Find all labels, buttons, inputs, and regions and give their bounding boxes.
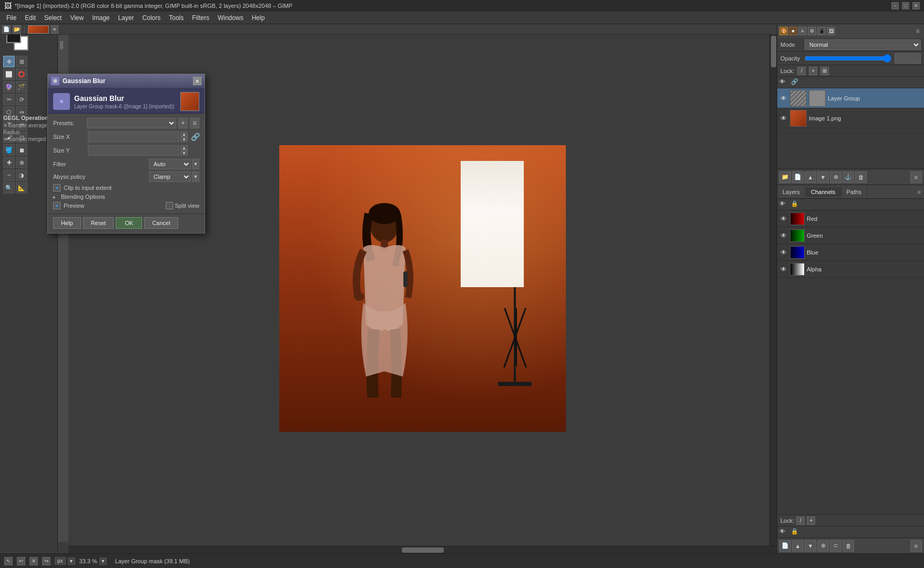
panel-menu-btn[interactable]: ≡ [913,27,922,35]
size-y-up[interactable]: ▲ [180,145,188,150]
eye-icon[interactable]: 👁 [779,78,788,87]
ch-delete-btn[interactable]: 🗑 [842,540,854,552]
chain-link-icon[interactable]: 🔗 [191,131,199,142]
preset-add-btn[interactable]: + [178,118,188,128]
tool-transform[interactable]: ⟳ [16,94,27,105]
status-undo-btn[interactable]: ↩ [17,557,25,565]
lock-position-btn[interactable]: + [809,67,817,75]
menu-file[interactable]: File [2,13,21,23]
tool-zoom[interactable]: 🔍 [3,182,15,194]
abyss-select[interactable]: Clamp None Loop Black White [149,171,191,182]
new-layer-group-btn[interactable]: 📁 [779,171,791,183]
channels-menu-btn[interactable]: ≡ [915,187,924,197]
size-x-input[interactable]: 1.50 [88,131,179,142]
tool-crop[interactable]: ✂ [3,94,15,105]
v-scroll-thumb[interactable] [771,36,776,67]
maximize-button[interactable]: □ [902,2,909,9]
lock-all-btn[interactable]: ⊞ [820,67,829,75]
channel-red[interactable]: 👁 Red [777,210,924,227]
layer-eye-group[interactable]: 👁 [779,94,788,103]
anchor-layer-btn[interactable]: ⚓ [842,171,854,183]
ch-vis-lock[interactable]: 🔒 [791,528,799,536]
layer-item-image[interactable]: 👁 Image 1.png [777,108,924,128]
dialog-titlebar[interactable]: Gaussian Blur ✕ [48,74,205,88]
ch-move-up-btn[interactable]: ▲ [792,540,804,552]
tool-move[interactable]: ✥ [3,56,15,67]
menu-windows[interactable]: Windows [214,13,248,23]
ch-panel-menu[interactable]: ≡ [910,540,922,552]
cancel-button[interactable]: Cancel [144,217,178,229]
images-btn[interactable]: 🖼 [827,27,835,35]
h-scroll-thumb[interactable] [402,547,444,553]
tool-bucket[interactable]: 🪣 [3,144,15,156]
new-layer-btn[interactable]: 📄 [792,171,804,183]
help-button[interactable]: Help [53,217,81,229]
close-button[interactable]: ✕ [912,2,920,9]
tool-rect-select[interactable]: ⬜ [3,68,15,80]
ch-move-down-btn[interactable]: ▼ [805,540,816,552]
h-scrollbar[interactable] [68,546,777,553]
mode-select[interactable]: Normal Multiply Screen Overlay [805,39,921,50]
tool-ellipse-select[interactable]: ⭕ [16,68,27,80]
status-nav-btn[interactable]: ↖ [4,557,13,565]
open-btn[interactable]: 📂 [13,25,21,34]
v-scrollbar[interactable] [769,35,777,546]
palette-btn[interactable]: ■ [789,27,797,35]
status-redo-btn[interactable]: ↪ [42,557,50,565]
tab-paths[interactable]: Paths [841,187,867,197]
chain-icon[interactable]: 🔗 [791,78,799,87]
menu-image[interactable]: Image [88,13,114,23]
ch-dup-btn[interactable]: ⊕ [817,540,829,552]
tab-layers[interactable]: Layers [777,187,806,197]
preview-checkbox[interactable] [53,202,60,209]
blending-expand-icon[interactable]: ▸ [53,194,56,200]
menu-colors[interactable]: Colors [138,13,165,23]
menu-edit[interactable]: Edit [21,13,40,23]
layer-panel-menu[interactable]: ≡ [910,171,922,183]
size-x-up[interactable]: ▲ [180,131,188,137]
device-status-btn[interactable]: 📱 [817,27,826,35]
filter-dropdown-btn[interactable]: ▼ [192,159,199,169]
preset-menu-btn[interactable]: ≡ [190,118,199,128]
tool-dodge[interactable]: ◑ [16,169,27,181]
size-y-down[interactable]: ▼ [180,150,188,156]
ch-to-sel-btn[interactable]: ⊂ [830,540,841,552]
menu-help[interactable]: Help [248,13,269,23]
move-layer-down-btn[interactable]: ▼ [817,171,829,183]
tool-heal[interactable]: ✚ [3,157,15,168]
ok-button[interactable]: OK [116,217,142,229]
ch-eye-red[interactable]: 👁 [779,215,788,223]
abyss-dropdown-btn[interactable]: ▼ [192,171,199,182]
channel-blue[interactable]: 👁 Blue [777,244,924,261]
image-thumbnail[interactable] [28,25,49,34]
ch-vis-eye[interactable]: 👁 [779,528,788,536]
lock-pixels-btn[interactable]: / [797,67,806,75]
menu-tools[interactable]: Tools [165,13,188,23]
unit-dropdown[interactable]: ▼ [68,557,75,565]
size-x-down[interactable]: ▼ [180,137,188,142]
ch-eye-blue[interactable]: 👁 [779,248,788,257]
ch-eye-alpha[interactable]: 👁 [779,265,788,273]
menu-view[interactable]: View [66,13,88,23]
ch-eye-header[interactable]: 👁 [779,200,788,209]
brush-icon-btn[interactable]: A [798,27,807,35]
new-channel-btn[interactable]: 📄 [779,540,791,552]
tab-channels[interactable]: Channels [806,187,841,197]
tool-clone[interactable]: ⊕ [16,157,27,168]
tool-measure[interactable]: 📐 [16,182,27,194]
tool-align[interactable]: ⊞ [16,56,27,67]
reset-button[interactable]: Reset [83,217,114,229]
tool-smudge[interactable]: ~ [3,169,15,181]
delete-layer-btn[interactable]: 🗑 [855,171,867,183]
filter-select[interactable]: Auto IIR RLE [149,159,191,169]
split-view-checkbox[interactable] [166,202,173,209]
ch-lock-btn[interactable]: / [796,516,805,525]
ch-add-btn[interactable]: + [807,516,815,525]
channel-green[interactable]: 👁 Green [777,227,924,244]
tool-lasso[interactable]: 🔮 [3,81,15,93]
status-clear-btn[interactable]: ✕ [29,557,38,565]
size-y-input[interactable]: 1.50 [88,145,179,156]
dialog-close-btn[interactable]: ✕ [193,77,201,85]
color-icon-btn[interactable]: 🎨 [779,27,788,35]
zoom-dropdown[interactable]: ▼ [99,557,107,565]
